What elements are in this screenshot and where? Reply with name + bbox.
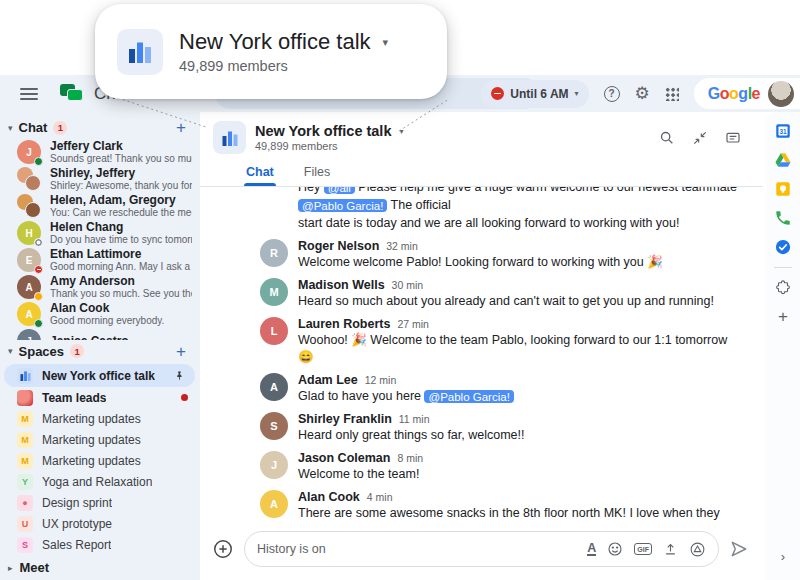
drive-attach-icon[interactable] xyxy=(689,541,706,558)
space-item[interactable]: M Marketing updates xyxy=(0,429,200,450)
drive-icon[interactable] xyxy=(774,151,792,169)
avatar: R xyxy=(260,239,288,267)
section-label: Chat xyxy=(19,120,48,135)
chat-list-item[interactable]: H Helen ChangDo you have time to sync to… xyxy=(0,220,200,247)
avatar: A xyxy=(260,490,288,518)
chat-list-item[interactable]: J Jeffery ClarkSounds great! Thank you s… xyxy=(0,139,200,166)
chat-preview: Good morning everybody. xyxy=(50,315,164,327)
mention-chip[interactable]: @Pablo Garcia! xyxy=(424,390,513,403)
tab-files[interactable]: Files xyxy=(302,160,332,186)
sidebar: ▾ Chat 1 + J Jeffery ClarkSounds great! … xyxy=(0,112,200,580)
message-text: Please help me give a huge warm welcome … xyxy=(355,187,737,194)
chat-list-item[interactable]: A Alan CookGood morning everybody. xyxy=(0,301,200,328)
chat-name: Ethan Lattimore xyxy=(50,248,192,261)
search-icon[interactable] xyxy=(659,130,675,146)
space-item[interactable]: ● Design sprint xyxy=(0,492,200,513)
gif-icon[interactable]: GIF xyxy=(634,543,652,555)
sender-name[interactable]: Shirley Franklin xyxy=(298,412,392,427)
add-space-button[interactable]: + xyxy=(176,343,186,360)
spaces-section-header[interactable]: ▾ Spaces 1 + xyxy=(0,340,200,362)
addons-puzzle-icon[interactable] xyxy=(774,279,792,297)
space-icon: ● xyxy=(17,495,33,511)
status-pill[interactable]: Until 6 AM ▾ xyxy=(481,80,588,108)
help-icon[interactable]: ? xyxy=(604,86,620,102)
add-attachment-icon[interactable] xyxy=(212,538,234,560)
message: M Madison Wells30 min Heard so much abou… xyxy=(260,278,745,310)
chat-list-item[interactable]: A Amy AndersonThank you so much. See you… xyxy=(0,274,200,301)
sender-name[interactable]: Alan Cook xyxy=(298,490,360,505)
collapse-icon[interactable] xyxy=(692,130,708,146)
add-shortcut-icon[interactable]: + xyxy=(774,308,792,326)
space-item[interactable]: Y Yoga and Relaxation xyxy=(0,471,200,492)
input-placeholder: History is on xyxy=(257,542,576,556)
send-icon[interactable] xyxy=(729,539,749,559)
settings-gear-icon[interactable]: ⚙ xyxy=(635,85,650,102)
tasks-icon[interactable] xyxy=(774,238,792,256)
expand-caret-icon[interactable]: ▸ xyxy=(8,563,13,573)
voice-icon[interactable] xyxy=(774,209,792,227)
message: R Roger Nelson32 min Welcome welcome Pab… xyxy=(260,239,745,271)
message-list[interactable]: Hey @all Please help me give a huge warm… xyxy=(200,187,763,524)
keep-icon[interactable] xyxy=(774,180,792,198)
rail-divider xyxy=(774,267,792,268)
chat-list-item[interactable]: E Ethan LattimoreGood morning Ann. May I… xyxy=(0,247,200,274)
conversation-title-menu[interactable]: New York office talk ▾ xyxy=(255,123,403,139)
open-in-chat-icon[interactable] xyxy=(725,130,741,146)
avatar: S xyxy=(260,412,288,440)
unread-badge: 1 xyxy=(70,344,84,358)
upload-icon[interactable] xyxy=(663,542,678,557)
collapse-caret-icon[interactable]: ▾ xyxy=(8,346,13,356)
chat-name: Helen Chang xyxy=(50,221,192,234)
main-menu-icon[interactable] xyxy=(20,88,38,100)
space-item[interactable]: S Sales Report xyxy=(0,534,200,555)
sender-name[interactable]: Jason Coleman xyxy=(298,451,390,466)
sender-name[interactable]: Roger Nelson xyxy=(298,239,379,254)
add-chat-button[interactable]: + xyxy=(176,119,186,136)
chevron-down-icon[interactable]: ▾ xyxy=(383,36,389,49)
chat-list-item[interactable]: Shirley, JefferyShirley: Awesome, thank … xyxy=(0,166,200,193)
account-avatar[interactable] xyxy=(768,81,794,107)
chat-name: Helen, Adam, Gregory xyxy=(50,194,192,207)
message-text: Woohoo! 🎉 Welcome to the team Pablo, loo… xyxy=(298,332,745,366)
space-item[interactable]: M Marketing updates xyxy=(0,408,200,429)
google-chat-app: Chat Until 6 AM ▾ ? ⚙ Google ▾ Chat 1 + xyxy=(0,0,800,580)
chat-preview: Do you have time to sync tomorrow mori..… xyxy=(50,234,192,246)
space-label: Marketing updates xyxy=(42,454,141,468)
message: L Lauren Roberts27 min Woohoo! 🎉 Welcome… xyxy=(260,317,745,366)
message: J Jason Coleman8 min Welcome to the team… xyxy=(260,451,745,483)
space-label: Marketing updates xyxy=(42,412,141,426)
chat-name: Alan Cook xyxy=(50,302,164,315)
apps-grid-icon[interactable] xyxy=(665,87,679,101)
mention-chip[interactable]: @all xyxy=(324,187,355,194)
avatar: J xyxy=(17,329,41,340)
meet-section-header[interactable]: ▸ Meet xyxy=(0,555,200,580)
message-input[interactable]: History is on A GIF xyxy=(244,531,719,567)
chevron-down-icon: ▾ xyxy=(399,127,403,136)
mention-chip[interactable]: @Pablo Garcia! xyxy=(298,199,387,212)
space-item-team-leads[interactable]: Team leads xyxy=(0,387,200,408)
emoji-icon[interactable] xyxy=(607,541,623,557)
top-bar-right: Until 6 AM ▾ ? ⚙ Google xyxy=(481,75,800,112)
city-skyline-icon xyxy=(17,368,33,384)
chat-section-header[interactable]: ▾ Chat 1 + xyxy=(0,117,200,139)
tab-chat[interactable]: Chat xyxy=(244,160,276,186)
space-item-new-york-office-talk[interactable]: New York office talk xyxy=(4,364,195,387)
collapse-rail-icon[interactable]: › xyxy=(781,549,785,564)
sender-name[interactable]: Madison Wells xyxy=(298,278,385,293)
collapse-caret-icon[interactable]: ▾ xyxy=(8,123,13,133)
chat-list-item[interactable]: Helen, Adam, GregoryYou: Can we reschedu… xyxy=(0,193,200,220)
calendar-icon[interactable]: 31 xyxy=(774,122,792,140)
do-not-disturb-icon xyxy=(491,87,504,100)
format-text-icon[interactable]: A xyxy=(587,542,596,556)
timestamp: 8 min xyxy=(397,452,423,464)
sender-name[interactable]: Adam Lee xyxy=(298,373,358,388)
message-text: Welcome to the team! xyxy=(298,466,423,483)
space-item[interactable]: M Marketing updates xyxy=(0,450,200,471)
space-label: New York office talk xyxy=(42,369,155,383)
chat-list-item[interactable]: J Janice Castro xyxy=(0,328,200,341)
message: A Adam Lee12 min Glad to have you here @… xyxy=(260,373,745,405)
space-label: Sales Report xyxy=(42,538,111,552)
space-item[interactable]: U UX prototype xyxy=(0,513,200,534)
sender-name[interactable]: Lauren Roberts xyxy=(298,317,390,332)
message-text: Heard only great things so far, welcome!… xyxy=(298,427,525,444)
